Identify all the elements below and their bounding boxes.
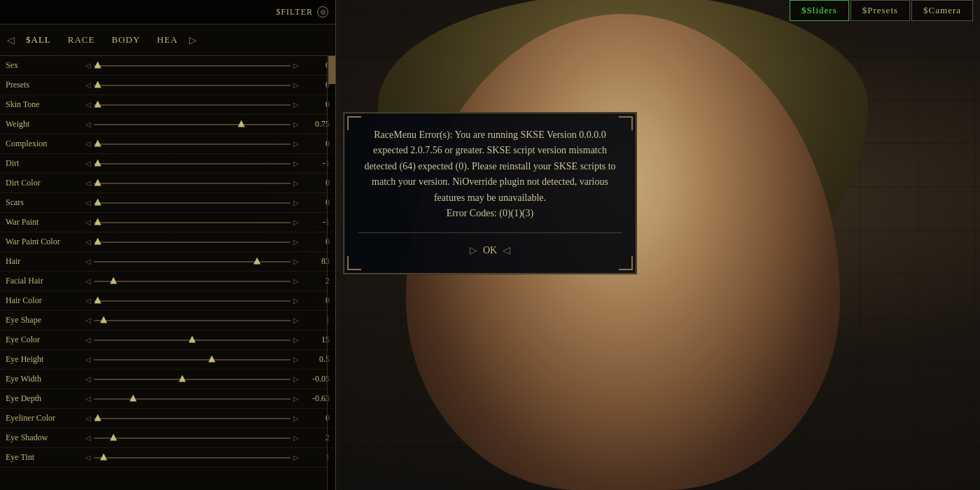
nav-right-arrow[interactable]: ▷ (189, 34, 197, 46)
slider-track[interactable] (94, 222, 290, 223)
slider-right-arrow[interactable]: ▷ (293, 316, 299, 324)
slider-left-arrow[interactable]: ◁ (85, 179, 91, 187)
slider-left-arrow[interactable]: ◁ (85, 101, 91, 108)
slider-track[interactable] (94, 398, 290, 400)
slider-handle[interactable] (238, 120, 245, 127)
slider-handle[interactable] (253, 258, 260, 265)
slider-handle[interactable] (94, 140, 102, 147)
slider-handle[interactable] (94, 160, 102, 167)
slider-handle[interactable] (100, 316, 107, 323)
table-row[interactable]: Complexion ◁ ▷ 0 (0, 134, 335, 154)
table-row[interactable]: Eye Shape ◁ ▷ 1 (0, 311, 335, 330)
slider-left-arrow[interactable]: ◁ (85, 258, 91, 265)
slider-track[interactable] (94, 261, 290, 262)
slider-left-arrow[interactable]: ◁ (85, 356, 91, 363)
slider-track[interactable] (94, 85, 290, 86)
table-row[interactable]: Eye Color ◁ ▷ 15 (0, 330, 335, 350)
slider-handle[interactable] (94, 218, 102, 225)
slider-right-arrow[interactable]: ▷ (293, 120, 299, 128)
slider-right-arrow[interactable]: ▷ (293, 238, 299, 246)
slider-track[interactable] (94, 104, 290, 106)
slider-left-arrow[interactable]: ◁ (85, 454, 91, 461)
table-row[interactable]: Hair Color ◁ ▷ 0 (0, 291, 335, 311)
table-row[interactable]: Eyeliner Color ◁ ▷ 0 (0, 409, 335, 428)
ok-button[interactable]: ▷ OK ◁ (358, 241, 622, 259)
slider-handle[interactable] (94, 238, 102, 245)
slider-track[interactable] (94, 144, 290, 145)
tab-all[interactable]: $ALL (20, 31, 57, 48)
tab-body[interactable]: BODY (106, 31, 146, 48)
table-row[interactable]: Eye Height ◁ ▷ 0.5 (0, 350, 335, 370)
tab-camera[interactable]: $Camera (911, 0, 973, 21)
slider-right-arrow[interactable]: ▷ (293, 101, 299, 108)
table-row[interactable]: Dirt ◁ ▷ -1 (0, 154, 335, 174)
table-row[interactable]: Skin Tone ◁ ▷ 0 (0, 95, 335, 115)
slider-right-arrow[interactable]: ▷ (293, 414, 299, 422)
slider-right-arrow[interactable]: ▷ (293, 375, 299, 383)
slider-left-arrow[interactable]: ◁ (85, 434, 91, 442)
slider-right-arrow[interactable]: ▷ (293, 336, 299, 344)
slider-right-arrow[interactable]: ▷ (293, 140, 299, 148)
filter-icon[interactable]: ⚙ (317, 6, 328, 18)
slider-handle[interactable] (209, 356, 216, 363)
slider-handle[interactable] (94, 179, 102, 186)
slider-handle[interactable] (94, 62, 102, 69)
slider-track[interactable] (94, 320, 290, 321)
slider-track[interactable] (94, 65, 290, 66)
slider-right-arrow[interactable]: ▷ (293, 434, 299, 442)
slider-left-arrow[interactable]: ◁ (85, 336, 91, 344)
slider-track[interactable] (94, 124, 290, 125)
slider-track[interactable] (94, 457, 290, 458)
slider-handle[interactable] (130, 395, 136, 402)
slider-right-arrow[interactable]: ▷ (293, 395, 299, 402)
nav-left-arrow[interactable]: ◁ (7, 34, 15, 46)
tab-race[interactable]: RACE (62, 31, 101, 48)
table-row[interactable]: Weight ◁ ▷ 0.75 (0, 115, 335, 134)
slider-left-arrow[interactable]: ◁ (85, 277, 91, 285)
slider-handle[interactable] (94, 81, 102, 88)
slider-right-arrow[interactable]: ▷ (293, 454, 299, 461)
table-row[interactable]: Presets ◁ ▷ 0 (0, 76, 335, 95)
table-row[interactable]: War Paint ◁ ▷ -1 (0, 213, 335, 232)
slider-right-arrow[interactable]: ▷ (293, 277, 299, 285)
slider-right-arrow[interactable]: ▷ (293, 218, 299, 226)
slider-track[interactable] (94, 202, 290, 204)
slider-handle[interactable] (94, 101, 102, 108)
slider-handle[interactable] (94, 199, 102, 206)
slider-handle[interactable] (178, 375, 186, 382)
slider-left-arrow[interactable]: ◁ (85, 120, 91, 128)
slider-handle[interactable] (100, 454, 107, 461)
slider-track[interactable] (94, 418, 290, 419)
table-row[interactable]: Dirt Color ◁ ▷ 0 (0, 174, 335, 193)
table-row[interactable]: Sex ◁ ▷ 0 (0, 56, 335, 76)
slider-handle[interactable] (110, 434, 117, 441)
tab-sliders[interactable]: $Sliders (790, 0, 849, 21)
slider-right-arrow[interactable]: ▷ (293, 297, 299, 304)
slider-handle[interactable] (94, 414, 102, 421)
slider-left-arrow[interactable]: ◁ (85, 414, 91, 422)
slider-track[interactable] (94, 183, 290, 184)
slider-left-arrow[interactable]: ◁ (85, 218, 91, 226)
slider-right-arrow[interactable]: ▷ (293, 62, 299, 69)
slider-left-arrow[interactable]: ◁ (85, 395, 91, 402)
slider-handle[interactable] (110, 277, 117, 284)
slider-left-arrow[interactable]: ◁ (85, 316, 91, 324)
slider-handle[interactable] (94, 297, 102, 304)
slider-track[interactable] (94, 379, 290, 380)
slider-left-arrow[interactable]: ◁ (85, 375, 91, 383)
table-row[interactable]: Eye Shadow ◁ ▷ 2 (0, 428, 335, 448)
scrollbar[interactable] (327, 56, 335, 490)
table-row[interactable]: War Paint Color ◁ ▷ 0 (0, 232, 335, 252)
slider-track[interactable] (94, 359, 290, 360)
slider-right-arrow[interactable]: ▷ (293, 199, 299, 206)
table-row[interactable]: Hair ◁ ▷ 83 (0, 252, 335, 272)
slider-track[interactable] (94, 281, 290, 282)
slider-right-arrow[interactable]: ▷ (293, 179, 299, 187)
slider-right-arrow[interactable]: ▷ (293, 258, 299, 265)
slider-right-arrow[interactable]: ▷ (293, 160, 299, 167)
slider-right-arrow[interactable]: ▷ (293, 81, 299, 89)
tab-head[interactable]: HEA (151, 31, 183, 48)
slider-left-arrow[interactable]: ◁ (85, 62, 91, 69)
slider-handle[interactable] (189, 336, 196, 343)
slider-track[interactable] (94, 163, 290, 164)
